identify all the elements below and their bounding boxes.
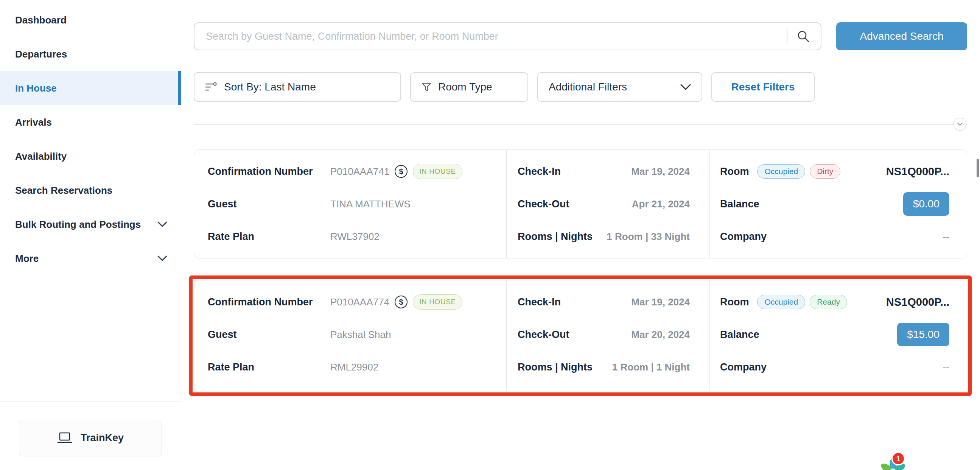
chevron-down-icon: [158, 221, 167, 228]
sidebar-item-search-reservations[interactable]: Search Reservations: [0, 173, 181, 207]
sidebar-item-availability[interactable]: Availability: [0, 139, 181, 173]
sort-by-button[interactable]: Sort By: Last Name: [194, 72, 401, 102]
sidebar-item-dashboard[interactable]: Dashboard: [0, 3, 181, 37]
additional-filters-dropdown[interactable]: Additional Filters: [537, 72, 702, 102]
rooms-nights-row: Rooms | Nights 1 Room | 33 Night: [507, 220, 710, 253]
balance-label: Balance: [720, 329, 759, 341]
guest-label: Guest: [208, 329, 330, 341]
reservation-card[interactable]: Confirmation Number P010AAA741 $ IN HOUS…: [194, 150, 967, 258]
dollar-icon[interactable]: $: [395, 296, 407, 308]
balance-button[interactable]: $0.00: [903, 192, 949, 216]
dollar-icon[interactable]: $: [395, 165, 407, 178]
selected-card-highlight: Confirmation Number P010AAA774 $ IN HOUS…: [189, 276, 972, 396]
scrollbar-thumb[interactable]: [977, 159, 979, 177]
reset-filters-button[interactable]: Reset Filters: [711, 72, 815, 102]
reservation-dates-column: Check-In Mar 19, 2024 Check-Out Mar 20, …: [506, 280, 710, 391]
main-content: Advanced Search Sort By: Last Name Room …: [181, 0, 980, 470]
check-in-date: Mar 19, 2024: [631, 166, 690, 177]
rooms-nights-label: Rooms | Nights: [518, 362, 593, 373]
sidebar-item-departures[interactable]: Departures: [0, 37, 181, 71]
reservation-room-column: Room Occupied Dirty NS1Q000P... Balance …: [710, 150, 967, 258]
sidebar-nav: Dashboard Departures In House Arrivals A…: [0, 0, 181, 276]
laptop-icon: [57, 432, 72, 444]
collapse-toggle[interactable]: [953, 118, 966, 131]
list-divider: [194, 124, 967, 124]
search-box: [194, 22, 821, 50]
sidebar-item-label: Arrivals: [15, 116, 52, 128]
company-label: Company: [720, 231, 767, 242]
reservation-dates-column: Check-In Mar 19, 2024 Check-Out Apr 21, …: [506, 150, 710, 258]
reservation-identity-column: Confirmation Number P010AAA741 $ IN HOUS…: [194, 150, 506, 258]
check-in-date: Mar 19, 2024: [631, 296, 690, 308]
sidebar-item-label: In House: [15, 83, 57, 94]
confirmation-number: P010AAA774: [330, 296, 389, 308]
sidebar-item-arrivals[interactable]: Arrivals: [0, 105, 181, 139]
check-out-label: Check-Out: [518, 198, 570, 210]
funnel-icon: [422, 82, 431, 92]
sidebar-item-bulk-routing[interactable]: Bulk Routing and Postings: [0, 207, 181, 241]
room-number: NS1Q000P...: [886, 296, 949, 308]
room-label: Room: [720, 296, 749, 308]
trainkey-button[interactable]: TrainKey: [19, 420, 162, 456]
company-row: Company --: [710, 351, 967, 383]
housekeeping-badge: Dirty: [810, 164, 840, 178]
status-badge: IN HOUSE: [413, 295, 462, 309]
sort-icon: [205, 82, 217, 92]
sidebar-item-label: More: [15, 253, 38, 264]
check-in-row: Check-In Mar 19, 2024: [507, 155, 710, 188]
chevron-down-icon: [680, 84, 691, 91]
rooms-nights-value: 1 Room | 33 Night: [606, 231, 690, 242]
guest-row: Guest TINA MATTHEWS: [194, 188, 506, 220]
search-separator: [787, 29, 788, 44]
search-icon[interactable]: [797, 30, 810, 43]
reservation-card[interactable]: Confirmation Number P010AAA774 $ IN HOUS…: [194, 280, 967, 391]
search-input[interactable]: [194, 23, 787, 49]
rooms-nights-value: 1 Room | 1 Night: [612, 362, 690, 373]
rate-plan-label: Rate Plan: [208, 231, 330, 242]
rate-plan-value: RML29902: [330, 362, 379, 373]
company-label: Company: [720, 362, 767, 373]
guest-name: TINA MATTHEWS: [330, 198, 410, 210]
confirmation-label: Confirmation Number: [208, 166, 330, 177]
rate-plan-value: RWL37902: [330, 231, 380, 242]
check-out-label: Check-Out: [518, 329, 570, 341]
status-badge: IN HOUSE: [413, 164, 462, 179]
guest-row: Guest Pakshal Shah: [194, 318, 506, 351]
room-type-button[interactable]: Room Type: [410, 72, 528, 102]
room-row: Room Occupied Dirty NS1Q000P...: [710, 155, 967, 188]
guest-label: Guest: [208, 198, 330, 210]
sidebar-item-more[interactable]: More: [0, 241, 181, 276]
chevron-down-icon: [158, 255, 167, 261]
room-label: Room: [720, 166, 749, 177]
check-out-row: Check-Out Mar 20, 2024: [507, 318, 710, 351]
company-row: Company --: [710, 220, 967, 253]
occupancy-badge: Occupied: [757, 295, 805, 309]
sidebar: Dashboard Departures In House Arrivals A…: [0, 0, 181, 470]
trainkey-label: TrainKey: [81, 432, 124, 444]
confirmation-row: Confirmation Number P010AAA741 $ IN HOUS…: [194, 155, 506, 188]
advanced-search-button[interactable]: Advanced Search: [836, 22, 967, 50]
rate-plan-label: Rate Plan: [208, 362, 330, 373]
guest-name: Pakshal Shah: [330, 329, 391, 341]
notification-badge[interactable]: 1: [891, 452, 905, 465]
housekeeping-badge: Ready: [810, 295, 847, 309]
confirmation-row: Confirmation Number P010AAA774 $ IN HOUS…: [194, 286, 506, 318]
rate-plan-row: Rate Plan RML29902: [194, 351, 506, 383]
company-value: --: [943, 231, 949, 242]
sidebar-item-label: Bulk Routing and Postings: [15, 219, 141, 231]
occupancy-badge: Occupied: [757, 164, 805, 178]
sidebar-footer: TrainKey: [0, 401, 181, 470]
check-in-row: Check-In Mar 19, 2024: [507, 286, 710, 318]
reset-filters-label: Reset Filters: [731, 81, 795, 93]
confirmation-number: P010AAA741: [330, 166, 389, 177]
filter-row: Sort By: Last Name Room Type Additional …: [194, 72, 967, 102]
additional-filters-label: Additional Filters: [549, 81, 627, 93]
search-row: Advanced Search: [194, 22, 967, 50]
chevron-down-icon: [957, 122, 963, 126]
rate-plan-row: Rate Plan RWL37902: [194, 220, 506, 253]
app-window: Dashboard Departures In House Arrivals A…: [0, 0, 980, 470]
balance-button[interactable]: $15.00: [897, 323, 949, 346]
sidebar-item-in-house[interactable]: In House: [0, 71, 181, 105]
reservation-identity-column: Confirmation Number P010AAA774 $ IN HOUS…: [194, 280, 506, 391]
company-value: --: [943, 362, 949, 373]
